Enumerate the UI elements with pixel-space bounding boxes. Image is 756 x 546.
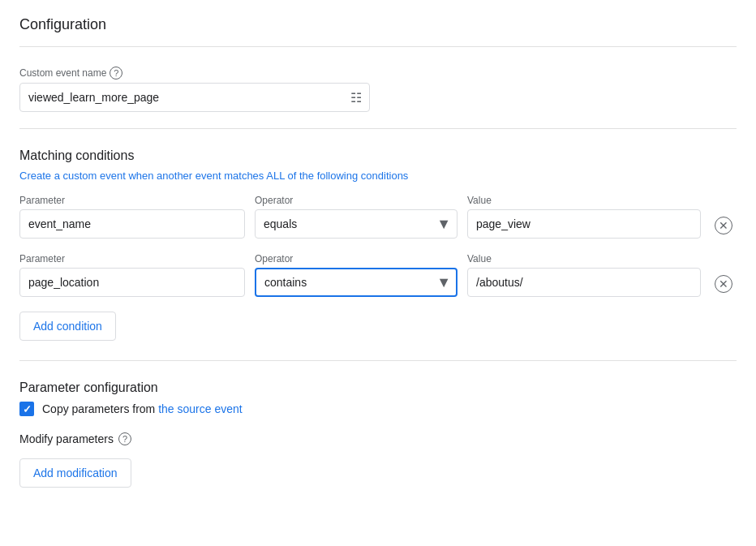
parameter-configuration-title: Parameter configuration	[19, 380, 737, 395]
page-title: Configuration	[19, 16, 737, 33]
remove-condition-btn-2[interactable]: ✕	[711, 269, 737, 299]
modify-params-text: Modify parameters	[19, 432, 114, 445]
middle-divider	[19, 128, 737, 129]
input-copy-icon: ☷	[350, 90, 362, 105]
custom-event-label-text: Custom event name	[19, 67, 106, 79]
param-label-2: Parameter	[19, 253, 245, 264]
custom-event-input-wrapper: ☷	[19, 83, 370, 112]
top-divider	[19, 46, 737, 47]
operator-select-1[interactable]: equals contains starts with ends with do…	[255, 209, 457, 239]
custom-event-help-icon[interactable]: ?	[110, 67, 122, 80]
add-condition-button[interactable]: Add condition	[19, 312, 116, 341]
page-container: Configuration Custom event name ? ☷ Matc…	[0, 0, 756, 546]
parameter-configuration-section: Parameter configuration ✓ Copy parameter…	[19, 380, 737, 488]
add-modification-button[interactable]: Add modification	[19, 458, 131, 488]
matching-conditions-description: Create a custom event when another event…	[19, 170, 737, 182]
bottom-divider	[19, 360, 737, 361]
custom-event-section: Custom event name ? ☷	[19, 67, 737, 112]
value-input-1[interactable]	[467, 209, 701, 239]
operator-field-1: Operator equals contains starts with end…	[255, 195, 457, 239]
custom-event-input[interactable]	[19, 83, 370, 112]
modify-params-row: Modify parameters ?	[19, 432, 737, 445]
param-label-1: Parameter	[19, 195, 245, 206]
copy-params-highlight: the source event	[158, 402, 243, 415]
value-field-1: Value	[467, 195, 701, 239]
operator-select-2[interactable]: equals contains starts with ends with do…	[255, 268, 457, 297]
matching-conditions-section: Matching conditions Create a custom even…	[19, 148, 737, 341]
copy-params-label: Copy parameters from the source event	[42, 402, 243, 415]
operator-select-wrapper-1: equals contains starts with ends with do…	[255, 209, 457, 239]
operator-label-1: Operator	[255, 195, 457, 206]
condition-row-1: Parameter Operator equals contains start…	[19, 195, 737, 240]
remove-icon-2: ✕	[715, 275, 732, 293]
param-input-1[interactable]	[19, 209, 245, 239]
value-label-2: Value	[467, 253, 701, 264]
value-label-1: Value	[467, 195, 701, 206]
param-field-1: Parameter	[19, 195, 245, 239]
custom-event-label: Custom event name ?	[19, 67, 737, 80]
operator-select-wrapper-2: equals contains starts with ends with do…	[255, 268, 457, 297]
param-input-2[interactable]	[19, 268, 245, 297]
condition-row-2: Parameter Operator equals contains start…	[19, 253, 737, 299]
param-field-2: Parameter	[19, 253, 245, 297]
modify-params-help-icon[interactable]: ?	[118, 432, 131, 445]
remove-condition-btn-1[interactable]: ✕	[711, 211, 737, 240]
copy-params-checkbox[interactable]: ✓	[19, 402, 34, 416]
operator-field-2: Operator equals contains starts with end…	[255, 253, 457, 297]
checkbox-checkmark: ✓	[23, 403, 32, 415]
remove-icon-1: ✕	[715, 217, 732, 234]
matching-conditions-title: Matching conditions	[19, 148, 737, 163]
operator-label-2: Operator	[255, 253, 457, 264]
value-field-2: Value	[467, 253, 701, 297]
value-input-2[interactable]	[467, 268, 701, 297]
copy-params-row: ✓ Copy parameters from the source event	[19, 402, 737, 416]
